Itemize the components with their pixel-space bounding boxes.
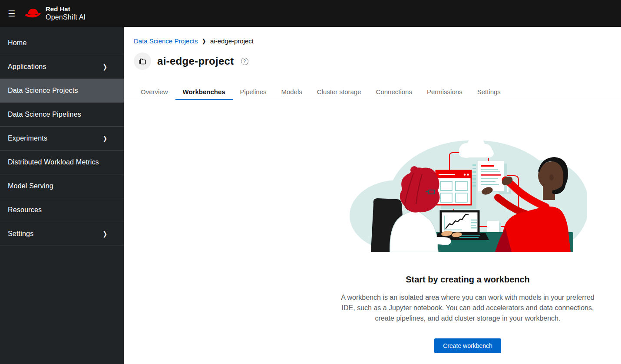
workbenches-empty-state: Start by creating a workbench A workbenc… <box>333 132 602 353</box>
tab-label: Settings <box>477 88 501 95</box>
empty-state-body: A workbench is an isolated area where yo… <box>337 292 598 324</box>
breadcrumb: Data Science Projects ❯ ai-edge-project <box>134 37 621 45</box>
sidebar-item-label: Experiments <box>8 134 47 142</box>
redhat-fedora-icon <box>24 7 42 20</box>
sidebar-item-distributed-workload-metrics[interactable]: Distributed Workload Metrics <box>0 151 124 174</box>
tab-workbenches[interactable]: Workbenches <box>175 84 233 100</box>
sidebar-item-data-science-pipelines[interactable]: Data Science Pipelines <box>0 103 124 127</box>
sidebar-item-label: Data Science Projects <box>8 87 78 95</box>
tab-settings[interactable]: Settings <box>470 84 508 100</box>
chevron-right-icon: ❯ <box>103 135 107 142</box>
breadcrumb-current: ai-edge-project <box>210 37 254 45</box>
tab-cluster-storage[interactable]: Cluster storage <box>310 84 369 100</box>
breadcrumb-link-data-science-projects[interactable]: Data Science Projects <box>134 37 198 45</box>
create-workbench-button[interactable]: Create workbench <box>434 338 501 353</box>
tab-label: Connections <box>376 88 412 95</box>
sidebar-item-experiments[interactable]: Experiments ❯ <box>0 127 124 151</box>
sidebar-item-applications[interactable]: Applications ❯ <box>0 55 124 79</box>
sidebar-item-label: Resources <box>8 206 42 214</box>
chevron-right-icon: ❯ <box>103 63 107 71</box>
sidebar-item-label: Model Serving <box>8 182 53 190</box>
tab-label: Workbenches <box>183 88 225 95</box>
tab-overview[interactable]: Overview <box>133 84 175 100</box>
cloud-icon <box>459 137 494 158</box>
empty-state-illustration <box>348 132 587 252</box>
project-header: ai-edge-project ? <box>134 52 621 70</box>
breadcrumb-separator-icon: ❯ <box>202 38 206 44</box>
tab-models[interactable]: Models <box>274 84 309 100</box>
sidebar-item-resources[interactable]: Resources <box>0 198 124 222</box>
tab-label: Overview <box>141 88 168 95</box>
empty-state-title: Start by creating a workbench <box>333 275 602 285</box>
sidebar-nav: Home Applications ❯ Data Science Project… <box>0 27 124 364</box>
help-icon[interactable]: ? <box>241 58 248 65</box>
main-content: Data Science Projects ❯ ai-edge-project … <box>124 27 621 364</box>
tab-permissions[interactable]: Permissions <box>420 84 470 100</box>
sidebar-item-label: Home <box>8 39 26 47</box>
brand: Red Hat OpenShift AI <box>24 5 86 22</box>
sidebar-item-label: Data Science Pipelines <box>8 111 81 118</box>
tab-label: Pipelines <box>240 88 267 95</box>
sidebar-item-label: Applications <box>8 63 46 71</box>
sidebar-item-home[interactable]: Home <box>0 31 124 55</box>
tab-pipelines[interactable]: Pipelines <box>233 84 274 100</box>
sidebar-item-label: Settings <box>8 230 33 238</box>
browser-window-graphic <box>436 171 476 209</box>
project-tabs: Overview Workbenches Pipelines Models Cl… <box>124 84 621 100</box>
sidebar-item-label: Distributed Workload Metrics <box>8 158 99 166</box>
brand-name: Red Hat <box>46 5 86 13</box>
tab-label: Permissions <box>427 88 462 95</box>
hamburger-menu-icon[interactable]: ☰ <box>0 0 23 27</box>
tab-label: Cluster storage <box>317 88 361 95</box>
tab-label: Models <box>281 88 302 95</box>
tab-connections[interactable]: Connections <box>369 84 420 100</box>
sidebar-item-model-serving[interactable]: Model Serving <box>0 174 124 198</box>
project-folder-icon <box>138 56 147 66</box>
app-window: ☰ Red Hat OpenShift AI Home Applications… <box>0 0 621 364</box>
sidebar-item-data-science-projects[interactable]: Data Science Projects <box>0 79 124 103</box>
chevron-right-icon: ❯ <box>103 230 107 238</box>
page-title: ai-edge-project <box>157 55 234 67</box>
project-avatar <box>134 52 151 70</box>
brand-text: Red Hat OpenShift AI <box>46 5 86 22</box>
masthead: ☰ Red Hat OpenShift AI <box>0 0 621 27</box>
sidebar-item-settings[interactable]: Settings ❯ <box>0 222 124 246</box>
brand-product: OpenShift AI <box>46 13 86 22</box>
